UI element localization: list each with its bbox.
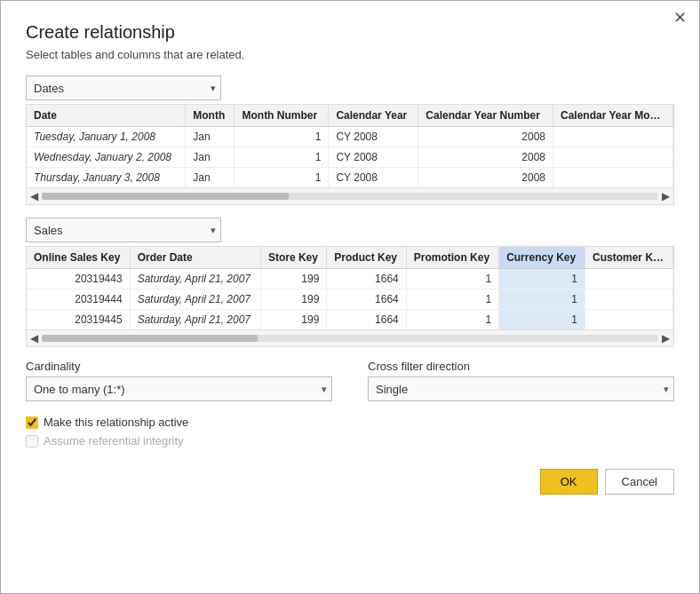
cell: 1 bbox=[499, 269, 585, 289]
active-checkbox-label[interactable]: Make this relationship active bbox=[44, 416, 188, 429]
table2-scroll-thumb bbox=[42, 335, 258, 342]
dialog-subtitle: Select tables and columns that are relat… bbox=[26, 48, 674, 61]
cell: Thursday, January 3, 2008 bbox=[27, 168, 186, 188]
table-row: Thursday, January 3, 2008 Jan 1 CY 2008 … bbox=[27, 168, 673, 188]
cell bbox=[585, 310, 673, 330]
cell: Saturday, April 21, 2007 bbox=[130, 269, 260, 289]
cell: 20319443 bbox=[27, 269, 130, 289]
table2-dropdown[interactable]: Sales Dates Customers Products bbox=[26, 218, 221, 242]
table1-scroll-right-icon[interactable]: ▶ bbox=[662, 190, 670, 202]
cell: 1 bbox=[235, 168, 329, 188]
table2-dropdown-wrapper: Sales Dates Customers Products bbox=[26, 218, 221, 242]
table-row: 20319443 Saturday, April 21, 2007 199 16… bbox=[27, 269, 673, 289]
cardinality-label: Cardinality bbox=[26, 360, 332, 373]
cardinality-select-wrapper: One to many (1:*) Many to one (*:1) One … bbox=[26, 376, 332, 401]
table2-col-store-key[interactable]: Store Key bbox=[260, 247, 326, 269]
ok-button[interactable]: OK bbox=[540, 469, 598, 495]
integrity-checkbox-label[interactable]: Assume referential integrity bbox=[44, 434, 184, 447]
table1-header-row: Date Month Month Number Calendar Year Ca… bbox=[27, 105, 673, 127]
cell: 1 bbox=[235, 127, 329, 147]
table1-container: Date Month Month Number Calendar Year Ca… bbox=[26, 104, 674, 205]
cross-filter-select-wrapper: Single Both bbox=[368, 376, 674, 401]
active-checkbox-row: Make this relationship active bbox=[26, 416, 674, 429]
cell: CY 2008 bbox=[329, 127, 418, 147]
cell: 199 bbox=[260, 310, 326, 330]
create-relationship-dialog: ✕ Create relationship Select tables and … bbox=[0, 0, 700, 594]
table1-dropdown[interactable]: Dates Sales Customers Products bbox=[26, 75, 221, 100]
cell: 1 bbox=[406, 310, 498, 330]
table2-header-row: Online Sales Key Order Date Store Key Pr… bbox=[27, 247, 673, 269]
cell: 1664 bbox=[327, 310, 406, 330]
table2-col-order-date[interactable]: Order Date bbox=[130, 247, 260, 269]
cell: 20319444 bbox=[27, 289, 130, 310]
cell: CY 2008 bbox=[329, 168, 418, 188]
cancel-button[interactable]: Cancel bbox=[605, 469, 674, 495]
table2-section: Sales Dates Customers Products Online Sa… bbox=[26, 218, 674, 347]
cell: 1 bbox=[406, 269, 498, 289]
cell: 1664 bbox=[327, 289, 406, 310]
cell: 20319445 bbox=[27, 310, 130, 330]
table1-scroll-left-icon[interactable]: ◀ bbox=[30, 190, 38, 202]
cell bbox=[585, 289, 673, 310]
cell: 1 bbox=[235, 147, 329, 168]
cell: Jan bbox=[186, 168, 235, 188]
table2: Online Sales Key Order Date Store Key Pr… bbox=[27, 247, 673, 329]
cross-filter-select[interactable]: Single Both bbox=[368, 376, 674, 401]
cell: Jan bbox=[186, 147, 235, 168]
table1-col-month[interactable]: Month bbox=[186, 105, 235, 127]
cell bbox=[553, 147, 673, 168]
cell: CY 2008 bbox=[329, 147, 418, 168]
table1-col-calendar-year-number[interactable]: Calendar Year Number bbox=[418, 105, 553, 127]
cell: 2008 bbox=[418, 147, 553, 168]
table-row: Wednesday, January 2, 2008 Jan 1 CY 2008… bbox=[27, 147, 673, 168]
cell: 1 bbox=[499, 310, 585, 330]
table2-col-currency-key[interactable]: Currency Key bbox=[499, 247, 585, 269]
cell: Jan bbox=[186, 127, 235, 147]
table-row: 20319445 Saturday, April 21, 2007 199 16… bbox=[27, 310, 673, 330]
cell: 1 bbox=[499, 289, 585, 310]
table1-scroll-thumb bbox=[42, 193, 289, 200]
table2-scrollbar[interactable]: ◀ ▶ bbox=[27, 329, 673, 346]
table1-scrollbar[interactable]: ◀ ▶ bbox=[27, 187, 673, 204]
cardinality-select[interactable]: One to many (1:*) Many to one (*:1) One … bbox=[26, 376, 332, 401]
table1-col-calendar-year-mo[interactable]: Calendar Year Mo… bbox=[553, 105, 673, 127]
table2-scroll-left-icon[interactable]: ◀ bbox=[30, 332, 38, 345]
table1-section: Dates Sales Customers Products Date Mont… bbox=[26, 75, 674, 205]
cell: 1 bbox=[406, 289, 498, 310]
options-row: Cardinality One to many (1:*) Many to on… bbox=[26, 360, 674, 405]
bottom-section: Cardinality One to many (1:*) Many to on… bbox=[26, 360, 674, 447]
cross-filter-label: Cross filter direction bbox=[368, 360, 674, 373]
active-checkbox[interactable] bbox=[26, 416, 38, 429]
table1-col-calendar-year[interactable]: Calendar Year bbox=[329, 105, 418, 127]
cell: Saturday, April 21, 2007 bbox=[130, 310, 260, 330]
cardinality-group: Cardinality One to many (1:*) Many to on… bbox=[26, 360, 332, 405]
cell: 199 bbox=[260, 289, 326, 310]
table1-col-month-number[interactable]: Month Number bbox=[235, 105, 329, 127]
table2-scroll-right-icon[interactable]: ▶ bbox=[662, 332, 670, 345]
integrity-checkbox[interactable] bbox=[26, 435, 38, 447]
cell bbox=[553, 168, 673, 188]
cell: 199 bbox=[260, 269, 326, 289]
table1-scroll-track[interactable] bbox=[42, 193, 658, 200]
table2-col-promotion-key[interactable]: Promotion Key bbox=[406, 247, 498, 269]
table2-col-customer[interactable]: Customer K… bbox=[585, 247, 673, 269]
cell: Wednesday, January 2, 2008 bbox=[27, 147, 186, 168]
cell: 1664 bbox=[327, 269, 406, 289]
cell: Saturday, April 21, 2007 bbox=[130, 289, 260, 310]
table-row: 20319444 Saturday, April 21, 2007 199 16… bbox=[27, 289, 673, 310]
close-button[interactable]: ✕ bbox=[673, 10, 687, 26]
table2-col-product-key[interactable]: Product Key bbox=[327, 247, 406, 269]
table-row: Tuesday, January 1, 2008 Jan 1 CY 2008 2… bbox=[27, 127, 673, 147]
cell: 2008 bbox=[418, 127, 553, 147]
table1: Date Month Month Number Calendar Year Ca… bbox=[27, 105, 673, 187]
cross-filter-group: Cross filter direction Single Both bbox=[368, 360, 674, 405]
cell: Tuesday, January 1, 2008 bbox=[27, 127, 186, 147]
cell: 2008 bbox=[418, 168, 553, 188]
integrity-checkbox-row: Assume referential integrity bbox=[26, 434, 674, 447]
table2-scroll-track[interactable] bbox=[42, 335, 658, 342]
cell bbox=[553, 127, 673, 147]
table2-col-online-sales-key[interactable]: Online Sales Key bbox=[27, 247, 130, 269]
footer-buttons: OK Cancel bbox=[26, 469, 674, 495]
table2-container: Online Sales Key Order Date Store Key Pr… bbox=[26, 246, 674, 347]
table1-col-date[interactable]: Date bbox=[27, 105, 186, 127]
